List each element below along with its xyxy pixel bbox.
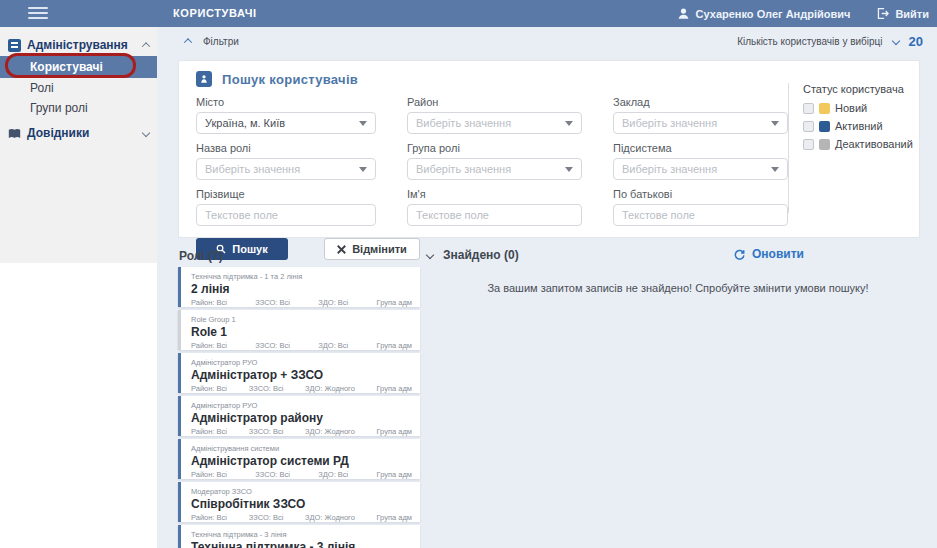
role-group-label: Адміністратор РУО [191, 358, 412, 367]
caret-down-icon [359, 121, 367, 126]
institution-select-placeholder: Виберіть значення [622, 117, 771, 129]
role-group-select-placeholder: Виберіть значення [416, 163, 565, 175]
role-card[interactable]: Адміністратор РУО Адміністратор + ЗЗСО Р… [178, 353, 420, 393]
page-title: КОРИСТУВАЧІ [173, 7, 257, 19]
role-card[interactable]: Модератор ЗЗСО Співробітник ЗЗСО Район: … [178, 482, 420, 522]
sidebar-nav: Адміністрування Користувачі Ролі Групи р… [0, 27, 157, 263]
sidebar-section-label: Довідники [27, 126, 143, 140]
hamburger-menu-icon[interactable] [28, 7, 48, 20]
logout-button[interactable]: Вийти [876, 7, 929, 20]
meta-group: Група адм [377, 341, 413, 350]
role-group-label: Адміністратор РУО [191, 401, 412, 410]
role-card[interactable]: Технічна підтримка - 1 та 2 лінія 2 ліні… [178, 267, 420, 307]
role-card[interactable]: Адміністратор РУО Адміністратор району Р… [178, 396, 420, 436]
role-group-label: Технічна підтримка - 1 та 2 лінія [191, 272, 412, 281]
meta-zdo: ЗДО: Жодного [305, 427, 355, 436]
meta-group: Група адм [377, 298, 413, 307]
checkbox[interactable] [803, 121, 814, 132]
status-option-label: Деактивований [835, 138, 913, 150]
role-name: Адміністратор району [191, 411, 412, 425]
institution-select[interactable]: Виберіть значення [613, 112, 788, 134]
status-option-deactivated[interactable]: Деактивований [803, 138, 919, 150]
meta-group: Група адм [376, 513, 412, 522]
field-label: По батькові [613, 188, 788, 200]
role-card[interactable]: Адміністрування системи Адміністратор си… [178, 439, 420, 479]
caret-down-icon [771, 167, 779, 172]
sidebar-section-dictionaries[interactable]: Довідники [0, 122, 157, 144]
current-user-button[interactable]: Сухаренко Олег Андрійович [677, 7, 851, 20]
sidebar-item-roles[interactable]: Ролі [0, 78, 157, 98]
meta-district: Район: Всі [191, 298, 227, 307]
roles-list-title: Ролі (7) [179, 249, 223, 263]
meta-district: Район: Всі [191, 341, 227, 350]
checkbox[interactable] [803, 139, 814, 150]
role-name: Адміністратор + ЗЗСО [191, 368, 412, 382]
field-label: Місто [196, 96, 376, 108]
found-collapse-toggle[interactable]: Знайдено (0) [427, 248, 519, 262]
sidebar-item-users[interactable]: Користувачі [0, 56, 157, 78]
meta-zdo: ЗДО: Всі [318, 470, 348, 479]
meta-district: Район: Всі [191, 384, 227, 393]
field-label: Підсистема [613, 142, 788, 154]
status-color-chip [819, 121, 830, 132]
caret-down-icon [771, 121, 779, 126]
chevron-down-icon[interactable] [891, 37, 899, 45]
role-meta: Район: Всі ЗЗСО: Всі ЗДО: Всі Група адм [191, 470, 412, 479]
field-first-name: Ім'я [407, 188, 582, 226]
status-filter-title: Статус користувача [803, 83, 919, 95]
refresh-label: Оновити [752, 247, 804, 261]
role-name-select[interactable]: Виберіть значення [196, 158, 376, 180]
role-card[interactable]: Role Group 1 Role 1 Район: Всі ЗЗСО: Всі… [178, 310, 420, 350]
subsystem-select[interactable]: Виберіть значення [613, 158, 788, 180]
filters-collapse-toggle[interactable]: Фільтри [185, 36, 239, 47]
city-select[interactable]: Україна, м. Київ [196, 112, 376, 134]
first-name-input[interactable] [416, 209, 573, 221]
status-option-label: Новий [835, 102, 867, 114]
user-name-label: Сухаренко Олег Андрійович [696, 8, 851, 20]
selection-count-value[interactable]: 20 [909, 34, 923, 49]
main-content: Фільтри Кількість користувачів у вибірці… [157, 27, 937, 548]
checkbox[interactable] [803, 103, 814, 114]
role-meta: Район: Всі ЗЗСО: Всі ЗДО: Жодного Група … [191, 513, 412, 522]
sidebar-section-administration[interactable]: Адміністрування [0, 34, 157, 56]
surname-input-wrap [196, 204, 376, 226]
chevron-down-icon[interactable] [142, 129, 150, 137]
status-color-chip [819, 103, 830, 114]
meta-zdo: ЗДО: Жодного [305, 513, 355, 522]
patronymic-input[interactable] [622, 209, 779, 221]
role-meta: Район: Всі ЗЗСО: Всі ЗДО: Жодного Група … [191, 384, 412, 393]
role-name-select-placeholder: Виберіть значення [205, 163, 359, 175]
role-meta: Район: Всі ЗЗСО: Всі ЗДО: Жодного Група … [191, 427, 412, 436]
city-select-value: Україна, м. Київ [205, 117, 359, 129]
meta-zdo: ЗДО: Жодного [305, 384, 355, 393]
meta-zzso: ЗЗСО: Всі [249, 513, 284, 522]
status-color-chip [819, 139, 830, 150]
cancel-button[interactable]: Відмінити [324, 238, 420, 260]
user-search-icon [196, 71, 212, 87]
empty-results-message: За вашим запитом записів не знайдено! Сп… [423, 282, 933, 294]
top-header-bar: КОРИСТУВАЧІ Сухаренко Олег Андрійович Ви… [0, 0, 937, 27]
panel-title-row: Пошук користувачів [196, 71, 788, 87]
status-option-new[interactable]: Новий [803, 102, 919, 114]
dictionaries-book-icon [8, 128, 21, 139]
meta-group: Група адм [376, 384, 412, 393]
role-group-label: Адміністрування системи [191, 444, 412, 453]
caret-down-icon [565, 121, 573, 126]
sidebar-item-role-groups[interactable]: Групи ролі [0, 98, 157, 118]
role-group-select[interactable]: Виберіть значення [407, 158, 582, 180]
meta-zzso: ЗЗСО: Всі [255, 298, 290, 307]
surname-input[interactable] [205, 209, 367, 221]
status-option-active[interactable]: Активний [803, 120, 919, 132]
role-card[interactable]: Технічна підтримка - 3 лінія Технічна пі… [178, 525, 420, 548]
meta-zzso: ЗЗСО: Всі [249, 427, 284, 436]
refresh-button[interactable]: Оновити [733, 247, 804, 261]
chevron-up-icon[interactable] [142, 42, 150, 50]
meta-district: Район: Всі [191, 470, 227, 479]
logout-label: Вийти [895, 8, 929, 20]
meta-zzso: ЗЗСО: Всі [255, 341, 290, 350]
field-label: Прізвище [196, 188, 376, 200]
first-name-input-wrap [407, 204, 582, 226]
cancel-button-label: Відмінити [352, 243, 407, 255]
meta-zzso: ЗЗСО: Всі [255, 470, 290, 479]
district-select[interactable]: Виберіть значення [407, 112, 582, 134]
